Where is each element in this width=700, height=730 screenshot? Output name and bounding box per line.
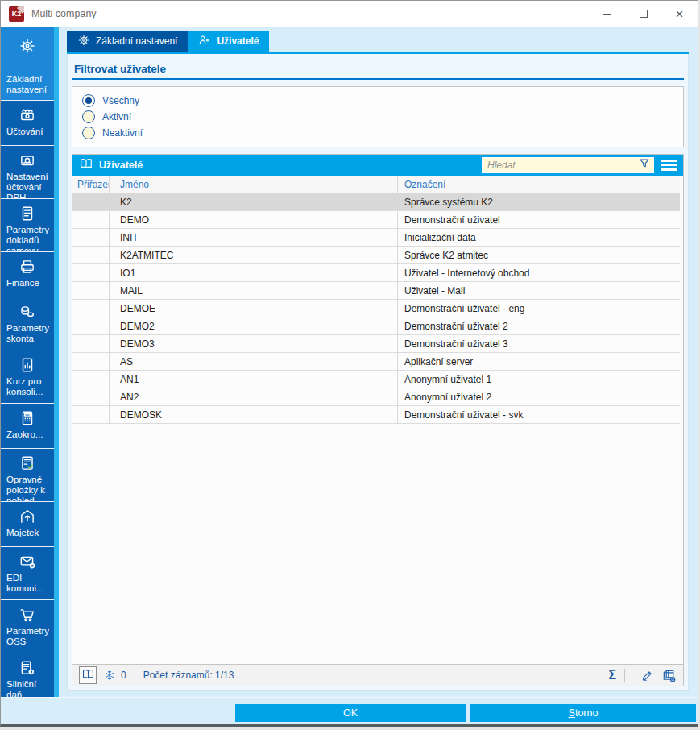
window-controls: ×: [589, 1, 698, 27]
users-panel-title: Uživatelé: [99, 160, 143, 171]
tab-bar: Základní nastaveníUživatelé: [67, 31, 689, 52]
cell-oznaceni: Uživatel - Mail: [398, 282, 683, 299]
status-bar: 0 Počet záznamů: 1/13 Σ: [72, 664, 683, 686]
sidebar-item-silnicni-dan[interactable]: Silničnídaň: [1, 653, 54, 697]
cell-oznaceni: Demonstrační uživatel 2: [398, 317, 683, 334]
cell-jmeno: DEMO2: [110, 317, 398, 334]
funnel-icon[interactable]: [637, 156, 652, 174]
cell-jmeno: MAIL: [110, 282, 398, 299]
cell-oznaceni: Anonymní uživatel 1: [398, 371, 683, 388]
sidebar-item-label: NastaveníúčtováníDPH: [1, 172, 54, 199]
book-view-button[interactable]: [79, 666, 97, 684]
k2-logo-icon: K2: [9, 6, 24, 22]
users-panel-header: Uživatelé: [72, 155, 683, 176]
column-header-prirazen[interactable]: Přiřazen: [72, 176, 110, 193]
sidebar-item-majetek[interactable]: Majetek: [1, 502, 54, 547]
cell-oznaceni: Uživatel - Internetový obchod: [398, 264, 683, 281]
sidebar-item-nastaveni-uctovani-dph[interactable]: NastaveníúčtováníDPH: [1, 146, 54, 199]
radio-label: Všechny: [102, 95, 139, 106]
cell-jmeno: DEMOSK: [110, 406, 398, 423]
radio-option-aktivní[interactable]: Aktivní: [82, 110, 673, 123]
radio-option-neaktivní[interactable]: Neaktivní: [82, 127, 673, 139]
radio-option-všechny[interactable]: Všechny: [82, 94, 673, 107]
garage-icon: [19, 508, 36, 525]
cell-jmeno: DEMO: [110, 211, 398, 228]
sidebar-item-uctovani[interactable]: Účtování: [1, 101, 54, 146]
pencil-icon[interactable]: [640, 669, 654, 682]
sidebar-item-zaokrouhleni[interactable]: Zaokro...: [1, 404, 54, 449]
column-header-jmeno[interactable]: Jméno: [110, 176, 398, 193]
cell-prirazen: [72, 353, 110, 370]
radio-button: [82, 127, 95, 139]
coins-icon: [19, 303, 36, 321]
table-row[interactable]: MAILUživatel - Mail: [72, 282, 680, 300]
sidebar-item-label: Majetek: [1, 528, 54, 538]
copy-table-icon[interactable]: [661, 668, 677, 683]
close-button[interactable]: ×: [661, 1, 698, 27]
sidebar-item-edi-komunikace[interactable]: EDIkomuni...: [1, 547, 54, 600]
ok-button[interactable]: OK: [235, 704, 466, 722]
maximize-button[interactable]: [625, 1, 661, 27]
tab-uzivatele[interactable]: Uživatelé: [188, 31, 269, 52]
tab-label: Základní nastavení: [96, 35, 177, 47]
filter-options-box: VšechnyAktivníNeaktivní: [72, 86, 684, 147]
search-input[interactable]: [487, 160, 637, 171]
table-row[interactable]: DEMO2Demonstrační uživatel 2: [72, 317, 680, 335]
sidebar-item-kurz-pro-konsolidaci[interactable]: Kurz prokonsoli...: [1, 350, 54, 404]
tab-zakladni-nastaveni[interactable]: Základní nastavení: [67, 31, 188, 52]
book-icon: [81, 667, 95, 684]
table-row[interactable]: AN2Anonymní uživatel 2: [72, 388, 680, 406]
cell-oznaceni: Demonstrační uživatel: [398, 211, 683, 228]
cell-oznaceni: Správce K2 atmitec: [398, 247, 683, 263]
documents-icon: [19, 205, 36, 222]
sidebar-item-label: Finance: [1, 278, 54, 288]
sidebar-item-label: EDIkomuni...: [1, 573, 54, 594]
cell-oznaceni: Anonymní uživatel 2: [398, 388, 683, 405]
sidebar-item-label: ParametryOSS: [1, 626, 54, 647]
sidebar-item-opravne-polozky[interactable]: Opravnépoložky kpohled: [1, 449, 54, 502]
sidebar-item-finance[interactable]: Finance: [1, 252, 54, 297]
sidebar-item-parametry-dokladu[interactable]: Parametrydokladůsamovy: [1, 199, 54, 252]
hamburger-menu-icon[interactable]: [658, 156, 679, 174]
users-panel: Uživatelé PřiřazenJménoOznačeníK2Správce…: [72, 154, 684, 686]
column-header-oznaceni[interactable]: Označení: [398, 176, 683, 193]
book-icon: [79, 156, 93, 174]
cell-oznaceni: Demonstrační uživatel 3: [398, 335, 683, 352]
table-row[interactable]: K2ATMITECSprávce K2 atmitec: [72, 247, 680, 264]
storno-button[interactable]: Storno: [470, 704, 696, 722]
table-row[interactable]: DEMODemonstrační uživatel: [72, 211, 680, 229]
table-row[interactable]: INITInicializační data: [72, 229, 680, 247]
cell-jmeno: K2: [110, 193, 398, 210]
footer-bar: OK Storno: [1, 697, 698, 724]
cell-oznaceni: Aplikační server: [398, 353, 683, 370]
cell-prirazen: [72, 247, 110, 263]
status-bar-actions: Σ: [608, 668, 677, 683]
divider: [624, 669, 625, 682]
app-body: ZákladnínastaveníÚčtováníNastaveníúčtová…: [1, 27, 698, 697]
table-row[interactable]: IO1Uživatel - Internetový obchod: [72, 264, 680, 282]
cell-prirazen: [72, 335, 110, 352]
sidebar-item-label: Parametrydokladůsamovy: [1, 225, 54, 252]
snowflake-icon: [103, 669, 116, 682]
table-row[interactable]: AN1Anonymní uživatel 1: [72, 371, 680, 388]
sidebar-item-label: Silničnídaň: [1, 679, 54, 697]
table-row[interactable]: ASAplikační server: [72, 353, 680, 371]
table-row[interactable]: DEMO3Demonstrační uživatel 3: [72, 335, 680, 353]
maximize-icon: [640, 10, 648, 18]
radio-button: [82, 110, 95, 123]
star-count: 0: [121, 670, 126, 681]
envelope-gear-icon: [19, 553, 36, 570]
cell-jmeno: AS: [110, 353, 398, 370]
sidebar-item-parametry-oss[interactable]: ParametryOSS: [1, 600, 54, 653]
cell-prirazen: [72, 371, 110, 388]
sidebar-item-label: Účtování: [1, 127, 54, 137]
sidebar-item-zakladni-nastaveni[interactable]: Základnínastavení: [1, 27, 54, 101]
sidebar-item-parametry-skonta[interactable]: Parametryskonta: [1, 297, 54, 350]
table-row[interactable]: K2Správce systému K2: [72, 193, 680, 211]
record-count-label: Počet záznamů: 1/13: [143, 670, 234, 681]
table-row[interactable]: DEMOEDemonstrační uživatel - eng: [72, 300, 680, 317]
table-row[interactable]: DEMOSKDemonstrační uživatel - svk: [72, 406, 680, 424]
filter-section-underline: [72, 78, 684, 80]
sigma-icon[interactable]: Σ: [608, 668, 616, 682]
minimize-button[interactable]: [589, 1, 625, 27]
